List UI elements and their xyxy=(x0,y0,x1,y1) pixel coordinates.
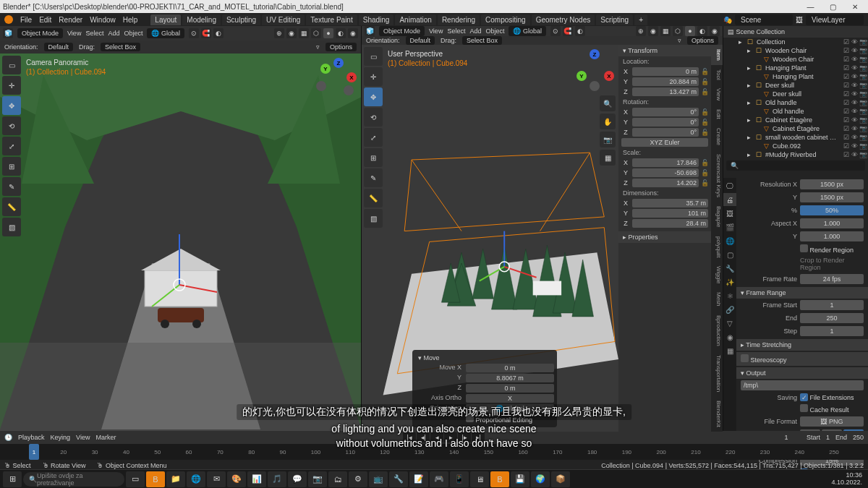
loc-z[interactable]: 13.427 m xyxy=(632,87,699,96)
ptab-scene-icon[interactable]: 🎬 xyxy=(723,221,736,234)
move-z-value[interactable]: 0 m xyxy=(466,384,554,393)
menu-view[interactable]: View xyxy=(429,27,443,35)
shade-wire-icon[interactable]: ⬡ xyxy=(311,28,321,38)
loc-y[interactable]: 20.884 m xyxy=(632,77,699,86)
pan-icon[interactable]: ✋ xyxy=(600,114,616,129)
app-icon[interactable]: 🗂 xyxy=(328,471,347,487)
tool-addcube[interactable]: ▧ xyxy=(2,218,21,236)
camera-icon[interactable]: 📷 xyxy=(600,132,616,147)
current-frame[interactable]: 1 xyxy=(772,434,801,441)
workspace-tab[interactable]: Animation xyxy=(395,14,435,25)
rot-x[interactable]: 0° xyxy=(632,108,699,116)
ptab-modifier-icon[interactable]: 🔧 xyxy=(723,262,736,275)
app-icon[interactable]: ⚙ xyxy=(349,471,367,487)
tool-transform[interactable]: ⊞ xyxy=(2,157,21,176)
workspace-tab[interactable]: Compositing xyxy=(481,14,530,25)
snap-icon[interactable]: 🧲 xyxy=(201,28,211,38)
scl-z[interactable]: 14.202 xyxy=(632,179,699,187)
app-icon[interactable]: 🎵 xyxy=(268,471,286,487)
lock-icon[interactable]: 🔓 xyxy=(701,169,708,176)
tool-cursor[interactable]: ✛ xyxy=(364,67,383,86)
scene-selector[interactable]: Scene xyxy=(735,14,793,25)
workspace-tab[interactable]: Layout xyxy=(150,14,181,25)
workspace-tab[interactable]: Rendering xyxy=(438,14,480,25)
rot-y[interactable]: 0° xyxy=(632,118,699,127)
app-icon[interactable]: B xyxy=(490,471,509,487)
workspace-tab[interactable]: Shading xyxy=(359,14,394,25)
file-format[interactable]: 🖼 PNG xyxy=(800,416,864,427)
section-output[interactable]: ▾ Output xyxy=(736,367,868,379)
tl-marker[interactable]: Marker xyxy=(95,434,116,441)
viewport-canvas-left[interactable] xyxy=(0,53,361,431)
axis-ortho[interactable]: X xyxy=(466,394,554,403)
app-icon[interactable]: 💬 xyxy=(288,471,307,487)
section-time-stretching[interactable]: ▸ Time Stretching xyxy=(736,339,868,351)
section-frame-range[interactable]: ▾ Frame Range xyxy=(736,287,868,299)
app-icon[interactable]: 📦 xyxy=(551,471,570,487)
frame-rate[interactable]: 24 fps xyxy=(800,274,864,284)
tool-move[interactable]: ✥ xyxy=(2,96,21,115)
menu-view[interactable]: View xyxy=(67,30,81,37)
outliner-row[interactable]: ▽Hanging Plant☑👁📷 xyxy=(723,72,868,81)
drag-value[interactable]: Select Box xyxy=(462,36,502,45)
tool-scale[interactable]: ⤢ xyxy=(2,137,21,155)
range-start[interactable]: 1 xyxy=(826,434,830,441)
ptab-texture-icon[interactable]: ▦ xyxy=(723,344,736,357)
app-icon[interactable]: 📷 xyxy=(308,471,327,487)
app-icon[interactable]: 📊 xyxy=(247,471,266,487)
ntab[interactable]: View xyxy=(711,84,723,105)
lock-icon[interactable]: 🔓 xyxy=(701,179,708,187)
ntab[interactable]: Bproduction xyxy=(711,311,723,351)
workspace-tab[interactable]: Sculpting xyxy=(222,14,260,25)
rot-z[interactable]: 0° xyxy=(632,128,699,137)
snap-icon[interactable]: 🧲 xyxy=(563,26,573,36)
menu-add[interactable]: Add xyxy=(469,27,481,35)
render-region-checkbox[interactable] xyxy=(800,244,808,252)
tl-keying[interactable]: Keying xyxy=(51,434,71,441)
outliner-row[interactable]: ▸☐#Muddy Riverbed☑👁📷 xyxy=(723,150,868,159)
taskview-icon[interactable]: ▭ xyxy=(126,471,145,487)
filter-icon[interactable]: ▿ xyxy=(316,43,320,51)
n-panel-properties[interactable]: Properties xyxy=(629,234,658,241)
taskbar-search[interactable]: 🔍 Upišite ovdje za pretraživanje xyxy=(23,472,124,487)
editor-type-icon[interactable]: 🧊 xyxy=(3,28,13,38)
outliner-row[interactable]: ▸☐small wooden cabinet with drawers☑👁📷 xyxy=(723,133,868,142)
menu-render[interactable]: Render xyxy=(59,16,82,24)
app-icon[interactable]: 📁 xyxy=(166,471,185,487)
app-icon[interactable]: 📱 xyxy=(450,471,469,487)
tl-playback[interactable]: Playback xyxy=(18,434,45,441)
menu-add[interactable]: Add xyxy=(108,30,119,37)
timeline-editor-icon[interactable]: 🕒 xyxy=(4,434,12,441)
outliner-row[interactable]: ▽Cabinet Étagère☑👁📷 xyxy=(723,124,868,133)
outliner-row[interactable]: ▽Cube.092☑👁📷 xyxy=(723,142,868,150)
n-panel-title[interactable]: Transform xyxy=(628,47,658,54)
ntab[interactable]: Create xyxy=(711,124,723,150)
gizmo-icon[interactable]: ⊕ xyxy=(636,26,646,36)
range-end[interactable]: 250 xyxy=(853,434,864,441)
ntab[interactable]: Tool xyxy=(711,65,723,85)
ntab[interactable]: Edit xyxy=(711,105,723,124)
tool-cursor[interactable]: ✛ xyxy=(2,76,21,95)
lock-icon[interactable]: 🔓 xyxy=(701,68,708,75)
outliner-row[interactable]: ▸☐Wooden Chair☑👁📷 xyxy=(723,46,868,55)
outliner-row[interactable]: ▸☐Hanging Plant☑👁📷 xyxy=(723,64,868,72)
res-x[interactable]: 1500 px xyxy=(800,179,864,189)
app-icon[interactable]: 📺 xyxy=(369,471,388,487)
frame-step[interactable]: 1 xyxy=(800,326,864,336)
menu-window[interactable]: Window xyxy=(90,16,116,24)
tool-annotate[interactable]: ✎ xyxy=(364,168,383,187)
zoom-icon[interactable]: 🔍 xyxy=(600,95,616,111)
viewport-right[interactable]: ▭ ✛ ✥ ⟲ ⤢ ⊞ ✎ 📏 ▧ User Perspective (1) C… xyxy=(362,45,723,432)
xray-icon[interactable]: ▦ xyxy=(299,28,309,38)
move-y-value[interactable]: 8.8067 m xyxy=(466,374,554,382)
ptab-output-icon[interactable]: 🖨 xyxy=(723,193,736,206)
overlay-icon[interactable]: ◉ xyxy=(286,28,297,38)
app-icon[interactable]: 🎮 xyxy=(430,471,448,487)
menu-object[interactable]: Object xyxy=(124,30,142,37)
minimize-button[interactable]: — xyxy=(800,3,820,11)
outliner-row[interactable]: ▽Deer skull☑👁📷 xyxy=(723,90,868,98)
shade-matprev-icon[interactable]: ◐ xyxy=(697,26,707,36)
app-icon[interactable]: 🌍 xyxy=(531,471,550,487)
tool-measure[interactable]: 📏 xyxy=(2,197,21,216)
shade-render-icon[interactable]: ◉ xyxy=(348,28,358,38)
